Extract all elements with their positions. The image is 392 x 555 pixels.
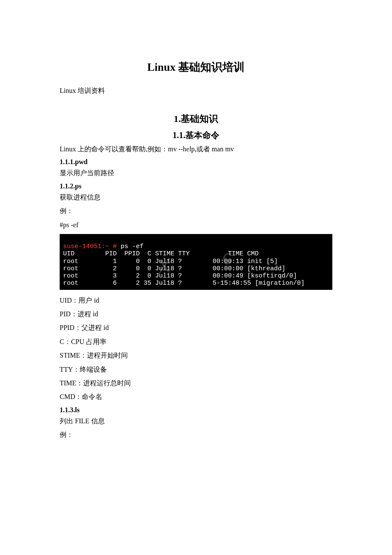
terminal-row: root 1 0 0 Jul18 ? 00:00:13 init [5] (63, 258, 278, 265)
section-1-1-heading: 1.1.基本命令 (60, 130, 332, 141)
def-cmd: CMD：命令名 (60, 392, 332, 402)
document-page: Linux 基础知识培训 Linux 培训资料 1.基础知识 1.1.基本命令 … (0, 0, 392, 470)
terminal-header-row: UID PID PPID C STIME TTY TIME CMD (63, 250, 259, 257)
def-tty: TTY：终端设备 (60, 365, 332, 374)
def-uid: UID：用户 id (60, 296, 332, 305)
ps-command: #ps -ef (60, 220, 332, 230)
terminal-command: ps -ef (117, 243, 144, 250)
section-1-1-1-heading: 1.1.1.pwd (60, 158, 332, 166)
terminal-output: X csuse-14051:~ # ps -ef UID PID PPID C … (60, 234, 332, 290)
terminal-row: root 2 0 0 Jul18 ? 00:00:00 [kthreadd] (63, 265, 285, 272)
def-pid: PID：进程 id (60, 309, 332, 319)
ls-description: 列出 FILE 信息 (60, 416, 332, 426)
def-c: C：CPU 占用率 (60, 337, 332, 347)
def-time: TIME：进程运行总时间 (60, 379, 332, 388)
example-label-2: 例： (60, 430, 332, 439)
pwd-description: 显示用户当前路径 (60, 168, 332, 178)
example-label: 例： (60, 206, 332, 216)
section-1-heading: 1.基础知识 (60, 113, 332, 125)
terminal-row: root 6 2 35 Jul18 ? 5-15:48:55 [migratio… (63, 280, 305, 287)
page-title: Linux 基础知识培训 (60, 60, 332, 75)
def-stime: STIME：进程开始时间 (60, 351, 332, 360)
ps-description: 获取进程信息 (60, 193, 332, 202)
intro-paragraph: Linux 上的命令可以查看帮助,例如：mv --help,或者 man mv (60, 145, 332, 154)
section-1-1-2-heading: 1.1.2.ps (60, 182, 332, 190)
def-ppid: PPID：父进程 id (60, 323, 332, 332)
terminal-row: root 3 2 0 Jul18 ? 00:00:49 [ksoftirqd/0… (63, 272, 297, 280)
section-1-1-3-heading: 1.1.3.ls (60, 406, 332, 414)
subtitle: Linux 培训资料 (60, 87, 332, 95)
terminal-prompt: suse-14051:~ # (63, 243, 117, 250)
